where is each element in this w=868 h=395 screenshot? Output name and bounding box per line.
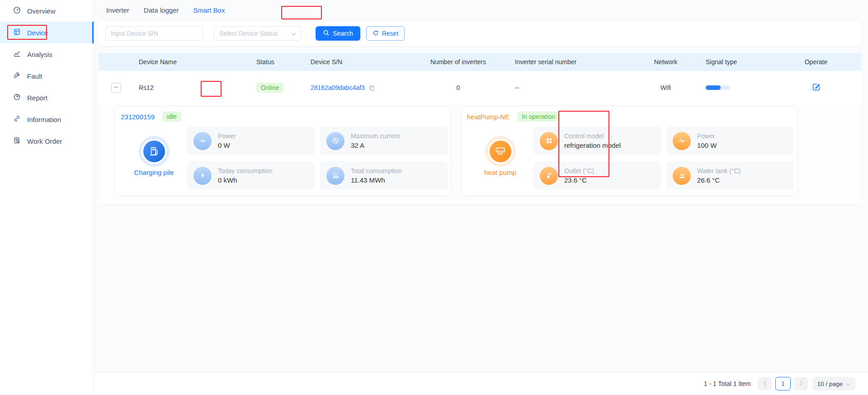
device-type-tabs: Inverter Data logger Smart Box xyxy=(99,0,861,20)
link-icon xyxy=(13,115,21,124)
charging-pile-status-badge: idle xyxy=(162,112,181,122)
search-button-label: Search xyxy=(333,30,353,37)
stat-tile: Maximum current32 A xyxy=(320,127,448,155)
signal-strength-bar xyxy=(706,85,730,90)
device-status-placeholder: Select Device Status xyxy=(219,30,278,37)
page-1-button[interactable]: 1 xyxy=(775,377,791,390)
heat-pump-status-badge: In operation xyxy=(517,112,560,122)
sidebar-item-label: Analysis xyxy=(27,51,52,58)
stat-tile: Power100 W xyxy=(666,127,794,155)
chart-line-icon xyxy=(13,50,21,59)
search-button[interactable]: Search xyxy=(316,26,360,41)
pie-chart-icon xyxy=(13,93,21,102)
sidebar-item-device[interactable]: Device xyxy=(0,22,94,43)
chevron-left-icon xyxy=(763,380,767,388)
col-signal-type: Signal type xyxy=(703,58,771,66)
outlet-temperature-icon xyxy=(540,167,558,185)
power-icon xyxy=(193,132,212,150)
heat-pump-name: heatPump-NE xyxy=(467,113,509,121)
heat-pump-icon xyxy=(490,141,511,162)
sidebar-item-label: Overview xyxy=(27,7,56,15)
copy-icon[interactable] xyxy=(368,85,375,91)
col-device-name: Device Name xyxy=(133,58,251,66)
device-table: Device Name Status Device S/N Number of … xyxy=(99,53,861,205)
search-icon xyxy=(323,29,330,38)
dashboard-icon xyxy=(13,6,21,15)
cell-network: Wifi xyxy=(628,84,703,91)
col-network: Network xyxy=(628,58,703,66)
maximum-current-icon xyxy=(326,132,344,150)
stat-tile: Outlet (°C)23.6 °C xyxy=(533,161,661,190)
power-icon xyxy=(673,132,691,150)
sidebar-item-analysis[interactable]: Analysis xyxy=(0,43,94,65)
main-content: Inverter Data logger Smart Box Select De… xyxy=(94,0,868,395)
collapse-row-button[interactable] xyxy=(111,83,121,93)
sidebar-item-label: Fault xyxy=(27,72,42,80)
next-page-button[interactable] xyxy=(794,377,808,390)
work-order-icon xyxy=(13,136,21,146)
chevron-right-icon xyxy=(799,380,803,388)
filter-bar: Select Device Status Search Reset xyxy=(99,21,861,46)
page-size-value: 10 / page xyxy=(817,381,843,387)
table-header: Device Name Status Device S/N Number of … xyxy=(99,53,861,71)
control-model-icon xyxy=(540,132,558,150)
refresh-icon xyxy=(373,30,379,38)
sidebar-item-fault[interactable]: Fault xyxy=(0,65,94,87)
water-tank-temperature-icon xyxy=(673,167,691,185)
sidebar: Overview Device Analysis Fault Report In… xyxy=(0,0,94,395)
sidebar-item-label: Report xyxy=(27,94,47,102)
tab-smart-box[interactable]: Smart Box xyxy=(193,6,225,14)
col-inverter-serial: Inverter serial number xyxy=(509,58,628,66)
sidebar-item-label: Work Order xyxy=(27,137,62,145)
edit-icon[interactable] xyxy=(812,83,821,91)
total-consumption-icon xyxy=(326,167,344,185)
device-status-select[interactable]: Select Device Status xyxy=(214,26,302,41)
minus-icon xyxy=(113,84,119,92)
col-status: Status xyxy=(251,58,305,66)
reset-button-label: Reset xyxy=(382,30,399,37)
sidebar-item-overview[interactable]: Overview xyxy=(0,0,94,22)
sidebar-item-label: Device xyxy=(27,29,48,37)
reset-button[interactable]: Reset xyxy=(366,26,405,41)
table-row: Rs12 Online 28162a09dabc4af3 0 -- Wifi xyxy=(99,71,861,104)
stat-tile: Control modelrefrigeration model xyxy=(533,127,661,155)
stat-tile: Water tank (°C)26.6 °C xyxy=(666,161,794,190)
pagination-bar: 1 - 1 Total 1 Item 1 10 / page xyxy=(94,372,868,395)
chevron-down-icon xyxy=(846,381,850,387)
tab-data-logger[interactable]: Data logger xyxy=(144,6,179,14)
cell-inverter-serial: -- xyxy=(509,84,628,91)
sidebar-item-label: Information xyxy=(27,116,61,123)
charging-pile-icon xyxy=(143,141,165,162)
chevron-down-icon xyxy=(291,30,296,37)
wrench-icon xyxy=(13,71,21,80)
device-sn-input[interactable] xyxy=(105,26,203,41)
prev-page-button[interactable] xyxy=(758,377,772,390)
charging-pile-card: 231200159 idle Charging pile xyxy=(114,106,452,196)
tab-inverter[interactable]: Inverter xyxy=(106,6,129,14)
sidebar-item-information[interactable]: Information xyxy=(0,108,94,130)
heat-pump-type-label: heat pump xyxy=(484,169,516,176)
stat-tile: Today consumption0 kWh xyxy=(187,161,315,190)
col-inverters: Number of inverters xyxy=(407,58,509,66)
heat-pump-card: heatPump-NE In operation heat pump xyxy=(461,106,798,196)
device-sn-link[interactable]: 28162a09dabc4af3 xyxy=(311,84,365,91)
expanded-row: 231200159 idle Charging pile xyxy=(99,104,861,205)
charging-pile-sn-link[interactable]: 231200159 xyxy=(121,113,155,121)
charging-pile-type-label: Charging pile xyxy=(134,169,174,176)
cell-inverters: 0 xyxy=(407,84,509,91)
sidebar-item-report[interactable]: Report xyxy=(0,87,94,108)
today-consumption-icon xyxy=(193,167,212,185)
device-list-icon xyxy=(13,28,21,37)
cell-device-name: Rs12 xyxy=(133,84,251,91)
col-device-sn: Device S/N xyxy=(305,58,407,66)
sidebar-item-work-order[interactable]: Work Order xyxy=(0,130,94,152)
pagination-summary: 1 - 1 Total 1 Item xyxy=(704,380,751,387)
stat-tile: Power0 W xyxy=(187,127,315,155)
col-operate: Operate xyxy=(771,58,861,66)
page-size-select[interactable]: 10 / page xyxy=(812,377,855,390)
stat-tile: Total consumption11.43 MWh xyxy=(320,161,448,190)
status-badge: Online xyxy=(256,83,283,93)
